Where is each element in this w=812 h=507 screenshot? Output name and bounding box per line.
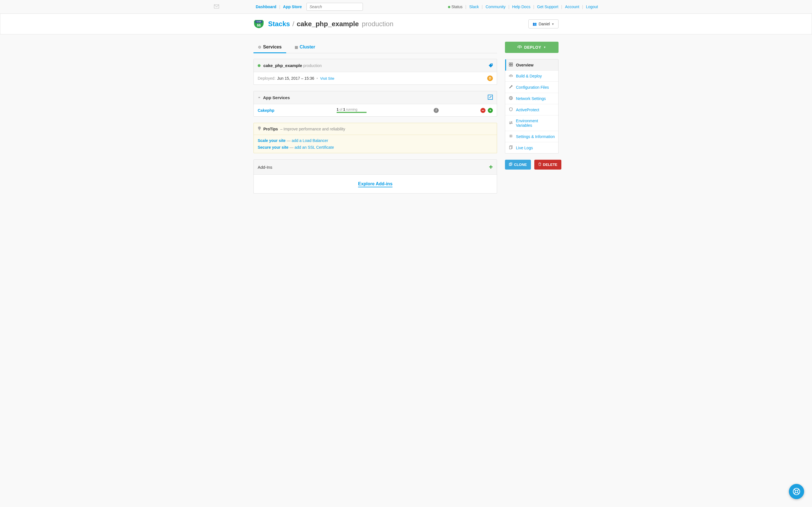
delete-button[interactable]: DELETE xyxy=(534,160,561,170)
protip-bold: Secure your site xyxy=(258,145,289,150)
side-nav-label: Live Logs xyxy=(516,146,533,150)
total-count: 1 xyxy=(343,108,345,112)
addins-panel: Add-Ins + Explore Add-ins xyxy=(253,159,497,193)
of-word: of xyxy=(340,108,342,112)
grid-icon xyxy=(509,62,513,67)
side-nav-configuration-files[interactable]: Configuration Files xyxy=(505,82,558,93)
separator: | xyxy=(582,4,583,9)
info-icon[interactable]: i xyxy=(434,108,439,113)
separator: | xyxy=(508,4,509,9)
person-icon: 👥 xyxy=(532,22,537,26)
content: ⚙ Services ▦ Cluster cake_php_example pr… xyxy=(252,42,560,193)
running-count: 1 xyxy=(337,108,339,112)
side-nav: OverviewBuild & DeployConfiguration File… xyxy=(505,59,559,154)
scale-down-button[interactable]: − xyxy=(480,108,486,113)
tag-icon[interactable] xyxy=(488,63,493,68)
explore-addins-link[interactable]: Explore Add-ins xyxy=(358,181,393,187)
tab-cluster[interactable]: ▦ Cluster xyxy=(294,42,316,53)
deploy-badge[interactable]: D xyxy=(487,75,493,81)
protip-scale[interactable]: Scale your site — add a Load Balancer xyxy=(258,138,493,143)
breadcrumb-stacks-link[interactable]: Stacks xyxy=(268,20,290,27)
side-nav-environment-variables[interactable]: Environment Variables xyxy=(505,115,558,131)
nav-help-docs[interactable]: Help Docs xyxy=(512,4,530,9)
service-name-link[interactable]: Cakephp xyxy=(258,108,337,113)
addins-title: Add-Ins xyxy=(258,165,272,170)
svg-text:CLOUD: CLOUD xyxy=(257,21,261,22)
side-nav-label: Configuration Files xyxy=(516,85,549,90)
side-column: DEPLOY ▼ OverviewBuild & DeployConfigura… xyxy=(505,42,559,193)
service-scale-actions: − + xyxy=(480,108,493,113)
addins-body: Explore Add-ins xyxy=(254,175,497,193)
addins-header: Add-Ins + xyxy=(254,160,497,175)
service-status: 1 of 1 running xyxy=(337,108,434,113)
link-icon: ⚭ xyxy=(258,96,261,100)
user-menu-dropdown[interactable]: 👥 Daniel ▼ xyxy=(528,19,559,29)
protip-dash: — xyxy=(287,138,292,143)
scale-up-button[interactable]: + xyxy=(488,108,493,113)
protip-rest: add a Load Balancer xyxy=(292,138,328,143)
svg-rect-9 xyxy=(511,65,513,66)
clone-button[interactable]: CLONE xyxy=(505,160,531,170)
visit-site-link[interactable]: Visit Site xyxy=(320,76,335,80)
svg-rect-6 xyxy=(509,63,511,64)
status-word: running xyxy=(346,108,357,112)
delete-label: DELETE xyxy=(543,163,557,167)
side-nav-overview[interactable]: Overview xyxy=(505,59,558,71)
side-nav-label: Environment Variables xyxy=(516,119,555,128)
deployed-date: Jun 15, 2017 – 15:36 xyxy=(277,76,314,80)
nav-slack[interactable]: Slack xyxy=(469,4,479,9)
protip-secure[interactable]: Secure your site — add an SSL Certificat… xyxy=(258,145,493,150)
nav-get-support[interactable]: Get Support xyxy=(537,4,559,9)
stack-card-header: cake_php_example production xyxy=(254,59,497,72)
side-nav-label: Build & Deploy xyxy=(516,74,542,78)
nav-account[interactable]: Account xyxy=(565,4,579,9)
gear-icon xyxy=(509,134,513,139)
side-nav-label: ActiveProtect xyxy=(516,108,539,112)
deploy-button[interactable]: DEPLOY ▼ xyxy=(505,42,559,53)
service-actions: i xyxy=(434,108,441,113)
copy-icon xyxy=(509,145,513,150)
side-nav-activeprotect[interactable]: ActiveProtect xyxy=(505,104,558,115)
topbar-left: Dashboard | App Store xyxy=(256,3,363,11)
lightbulb-icon xyxy=(258,126,261,131)
topbar-right: Status | Slack | Community | Help Docs |… xyxy=(448,4,598,9)
shield-icon xyxy=(509,107,513,112)
breadcrumb: Stacks / cake_php_example production xyxy=(268,20,393,28)
service-status-text: 1 of 1 running xyxy=(337,108,434,112)
topbar-inner: Dashboard | App Store Status | Slack | C… xyxy=(210,3,602,11)
nav-dashboard[interactable]: Dashboard xyxy=(256,4,276,9)
nav-status: Status xyxy=(451,4,463,9)
protip-rest: add an SSL Certificate xyxy=(295,145,334,150)
nav-logout[interactable]: Logout xyxy=(586,4,598,9)
mail-icon[interactable] xyxy=(214,4,219,9)
service-progress-bar xyxy=(337,112,366,113)
svg-rect-8 xyxy=(509,65,511,66)
chevron-down-icon: ▼ xyxy=(552,22,554,25)
nav-community[interactable]: Community xyxy=(486,4,506,9)
side-nav-settings-information[interactable]: Settings & Information xyxy=(505,131,558,142)
wrench-icon xyxy=(509,85,513,90)
svg-rect-7 xyxy=(511,63,513,64)
nav-app-store[interactable]: App Store xyxy=(283,4,302,9)
chevron-down-icon: ▼ xyxy=(544,46,546,49)
stack-deploy-row: Deployed: Jun 15, 2017 – 15:36 • Visit S… xyxy=(254,72,497,84)
tab-label: Cluster xyxy=(300,45,315,50)
protip-bold: Scale your site xyxy=(258,138,286,143)
side-nav-live-logs[interactable]: Live Logs xyxy=(505,142,558,153)
svg-text:66: 66 xyxy=(257,23,261,27)
svg-rect-13 xyxy=(509,146,511,149)
deploy-label: DEPLOY xyxy=(524,45,541,50)
trash-icon xyxy=(538,163,541,167)
app-services-header: ⚭ App Services xyxy=(254,91,497,104)
tab-services[interactable]: ⚙ Services xyxy=(257,42,282,53)
status-indicator[interactable]: Status xyxy=(448,4,463,9)
side-nav-network-settings[interactable]: Network Settings xyxy=(505,93,558,104)
add-addin-button[interactable]: + xyxy=(489,163,493,171)
breadcrumb-stack-name: cake_php_example xyxy=(297,20,359,27)
svg-point-12 xyxy=(510,135,511,136)
search-input[interactable] xyxy=(306,3,363,11)
edit-icon[interactable] xyxy=(488,95,493,101)
side-nav-build-deploy[interactable]: Build & Deploy xyxy=(505,71,558,82)
protips-panel: ProTips – Improve performance and reliab… xyxy=(253,123,497,153)
app-services-title: App Services xyxy=(263,95,290,100)
